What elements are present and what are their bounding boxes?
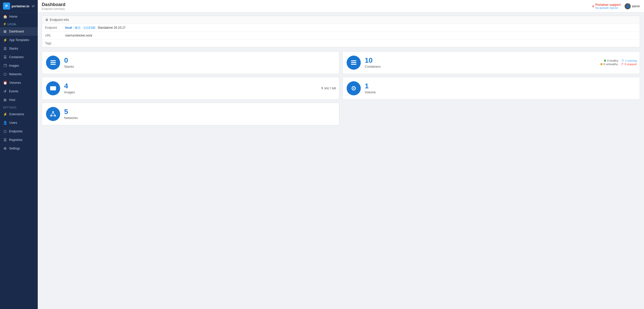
sidebar-item-networks[interactable]: ⬡ Networks [0,70,38,79]
support-links: my account | log out [595,7,621,9]
my-account-link[interactable]: my account [595,7,608,9]
containers-info: 10 Containers [365,57,636,68]
endpoint-info-icon: 🖥 [45,18,48,22]
sidebar-item-endpoints[interactable]: ⬡ Endpoints [0,127,38,136]
images-extra: ⬆ 900.7 MB [321,87,336,90]
sidebar-item-extensions[interactable]: ⚡ Extensions [0,110,38,119]
networks-icon-circle [46,107,60,121]
sidebar-item-host[interactable]: ⊞ Host [0,96,38,104]
svg-rect-2 [51,64,56,65]
images-info: 4 Images [64,83,335,94]
sidebar-item-events[interactable]: ↺ Events [0,87,38,96]
containers-unhealthy: 0 unhealthy [603,63,618,66]
sidebar-item-users[interactable]: 👤 Users [0,119,38,127]
sidebar: P portainer.io ⇄ 🏠 Home ⚡ LOCAL ⊞ Dashbo… [0,0,38,309]
svg-line-14 [53,113,55,115]
networks-info: 5 Networks [64,108,335,120]
svg-rect-7 [51,87,56,89]
networks-card[interactable]: 5 Networks [42,103,339,125]
endpoint-cpu-badge: 🖥 2 [73,26,81,29]
user-menu[interactable]: 👤 admin [625,3,640,9]
endpoint-label: Endpoint [45,26,65,29]
stopped-icon: ⏱ [621,63,624,66]
sidebar-item-volumes[interactable]: ⏰ Volumes [0,79,38,87]
host-icon: ⊞ [3,98,7,102]
unhealthy-dot [600,63,602,65]
endpoints-icon: ⬡ [3,129,7,133]
endpoint-info-body: Endpoint local 🖥 2 ≡ 1.8 GB Standalone 2… [42,24,640,47]
svg-rect-3 [351,60,356,61]
sidebar-item-dashboard[interactable]: ⊞ Dashboard [0,27,38,36]
sidebar-local-group: ⚡ LOCAL [0,21,38,27]
app-templates-icon: ⚡ [3,38,7,42]
support-label: Portainer support [595,3,621,7]
volume-card[interactable]: 1 Volume [342,77,640,100]
content-area: 🖥 Endpoint info Endpoint local 🖥 2 ≡ 1.8… [38,13,644,309]
svg-rect-5 [351,64,356,65]
sidebar-item-app-templates[interactable]: ⚡ App Templates [0,36,38,44]
portainer-support-link[interactable]: ⊗ Portainer support my account | log out [592,3,621,9]
stacks-icon-circle [46,56,60,70]
endpoint-info-title: Endpoint info [50,18,69,22]
volumes-icon: ⏰ [3,81,7,85]
images-label: Images [64,90,335,94]
extensions-icon: ⚡ [3,112,7,116]
containers-healthy-line: 0 healthy ⏱ 1 running [600,59,637,62]
sidebar-item-stacks[interactable]: ☰ Stacks [0,44,38,53]
images-size: 900.7 MB [324,87,336,90]
containers-healthy: 0 healthy [607,59,618,62]
svg-line-13 [51,113,53,115]
containers-label: Containers [365,65,636,68]
stacks-card[interactable]: 0 Stacks [42,51,339,74]
home-icon: 🏠 [3,15,7,19]
url-value: /var/run/docker.sock [65,34,92,37]
endpoint-type: Standalone 20.10.17 [98,26,126,29]
containers-card[interactable]: 10 Containers 0 healthy ⏱ 1 running 0 un… [342,51,640,74]
svg-rect-4 [351,62,356,63]
images-card[interactable]: 4 Images ⬆ 900.7 MB [42,77,339,100]
endpoint-value: local 🖥 2 ≡ 1.8 GB Standalone 20.10.17 [65,26,126,29]
topbar-right: ⊗ Portainer support my account | log out… [592,3,640,9]
support-label-area: Portainer support my account | log out [595,3,621,9]
svg-rect-0 [51,60,56,61]
topbar: Dashboard Endpoint summary ⊗ Portainer s… [38,0,644,13]
endpoint-row-url: URL /var/run/docker.sock [42,32,640,40]
sidebar-item-images[interactable]: ❐ Images [0,61,38,70]
page-subtitle: Endpoint summary [42,7,65,10]
images-number: 4 [64,83,335,90]
svg-rect-1 [51,62,56,63]
events-icon: ↺ [3,89,7,93]
refresh-icon[interactable]: ⇄ [32,4,35,8]
images-size-icon: ⬆ [321,87,323,90]
stacks-number: 0 [64,57,335,64]
stacks-icon: ☰ [3,47,7,51]
log-out-link[interactable]: log out [610,7,618,9]
images-icon-circle [46,81,60,95]
containers-stopped: 8 stopped [625,63,637,66]
containers-running: 1 running [625,59,637,62]
endpoint-row-endpoint: Endpoint local 🖥 2 ≡ 1.8 GB Standalone 2… [42,24,640,32]
endpoint-ram-badge: ≡ 1.8 GB [83,26,96,29]
endpoint-info-header: 🖥 Endpoint info [42,16,640,24]
containers-icon-circle [347,56,361,70]
containers-extra: 0 healthy ⏱ 1 running 0 unhealthy ⏱ 8 st… [600,59,637,66]
settings-section-header: SETTINGS [0,104,38,110]
endpoint-info-panel: 🖥 Endpoint info Endpoint local 🖥 2 ≡ 1.8… [42,16,640,47]
sidebar-item-containers[interactable]: ☰ Containers [0,53,38,61]
sidebar-item-home[interactable]: 🏠 Home [0,12,38,21]
sidebar-item-settings[interactable]: ⚙ Settings [0,144,38,153]
registries-icon: ☰ [3,138,7,142]
networks-label: Networks [64,116,335,120]
volume-label: Volume [365,90,636,94]
containers-icon: ☰ [3,55,7,59]
endpoint-name: local [65,26,72,29]
containers-unhealthy-line: 0 unhealthy ⏱ 8 stopped [600,63,637,66]
stacks-label: Stacks [64,65,335,68]
dashboard-icon: ⊞ [3,29,7,33]
settings-icon: ⚙ [3,146,7,150]
stats-grid: 0 Stacks 10 Containers 0 healthy ⏱ [42,51,640,125]
sidebar-item-registries[interactable]: ☰ Registries [0,136,38,144]
topbar-title-area: Dashboard Endpoint summary [42,2,65,10]
users-icon: 👤 [3,121,7,125]
portainer-logo-icon: P [3,3,10,10]
